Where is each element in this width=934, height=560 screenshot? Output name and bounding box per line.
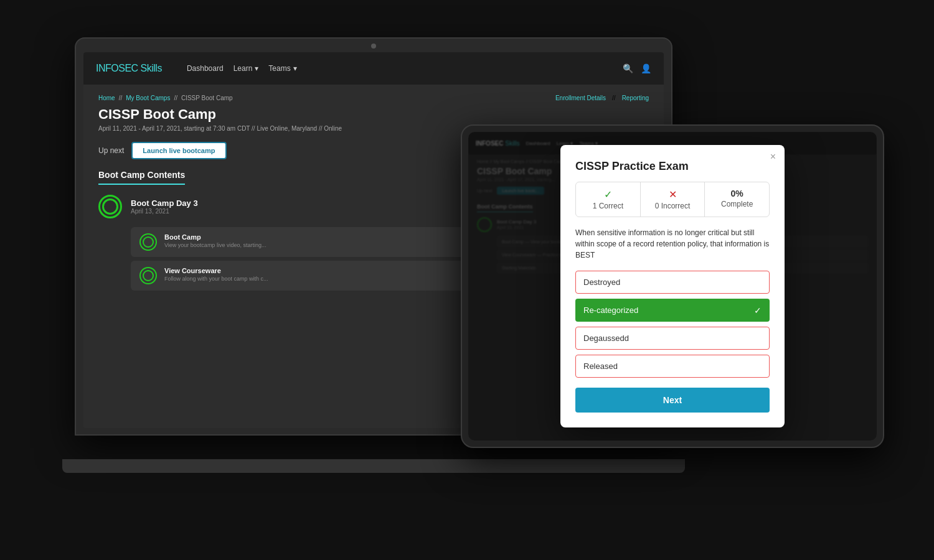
next-button[interactable]: Next <box>575 388 770 413</box>
brand-name-part1: INFOSEC <box>96 63 138 73</box>
user-icon[interactable]: 👤 <box>641 63 651 73</box>
nav-teams[interactable]: Teams ▾ <box>268 64 296 73</box>
modal-close-button[interactable]: × <box>770 151 776 162</box>
tablet-device: INFOSEC Skills Dashboard Learn ▾ Teams ▾… <box>461 124 884 448</box>
scene: INFOSEC Skills Dashboard Learn ▾ Teams ▾ <box>0 0 934 560</box>
nav-learn[interactable]: Learn ▾ <box>234 64 259 73</box>
breadcrumb-my-boot-camps[interactable]: My Boot Camps <box>126 95 170 101</box>
incorrect-icon: ✕ <box>644 189 701 200</box>
laptop-nav-icons: 🔍 👤 <box>623 63 651 73</box>
laptop-header-left: Home // My Boot Camps // CISSP Boot Camp… <box>98 95 342 132</box>
upnext-label: Up next <box>98 146 124 155</box>
option-degaussedd[interactable]: Degaussedd <box>575 327 770 350</box>
laptop-brand: INFOSEC Skills <box>96 63 162 74</box>
option-destroyed[interactable]: Destroyed <box>575 271 770 294</box>
modal-title: CISSP Practice Exam <box>575 160 770 173</box>
correct-count: 1 Correct <box>580 202 636 210</box>
correct-stat: ✓ 1 Correct <box>576 182 641 217</box>
enrollment-details-link[interactable]: Enrollment Details <box>555 95 606 101</box>
nav-dashboard[interactable]: Dashboard <box>187 64 224 73</box>
laptop-nav-links: Dashboard Learn ▾ Teams ▾ <box>187 64 297 73</box>
breadcrumb: Home // My Boot Camps // CISSP Boot Camp <box>98 95 342 101</box>
incorrect-count: 0 Incorrect <box>644 202 701 210</box>
option-recategorized[interactable]: Re-categorized <box>575 299 770 322</box>
tablet-body: INFOSEC Skills Dashboard Learn ▾ Teams ▾… <box>461 124 884 448</box>
breadcrumb-sep1: // <box>119 95 123 101</box>
page-subtitle: April 11, 2021 - April 17, 2021, startin… <box>98 125 342 132</box>
page-title: CISSP Boot Camp <box>98 106 342 123</box>
day-date: April 13, 2021 <box>131 208 198 215</box>
brand-name-part2: Skills <box>138 63 162 73</box>
item-title-1: View Courseware <box>164 267 268 274</box>
complete-stat: 0% Complete <box>705 182 769 217</box>
option-released[interactable]: Released <box>575 355 770 378</box>
item-info-1: View Courseware Follow along with your b… <box>164 267 268 282</box>
item-desc-1: Follow along with your boot camp with c.… <box>164 276 268 282</box>
laptop-header-links: Enrollment Details // Reporting <box>555 95 649 101</box>
modal-stats: ✓ 1 Correct ✕ 0 Incorrect 0% Complete <box>575 182 770 217</box>
incorrect-stat: ✕ 0 Incorrect <box>641 182 705 217</box>
item-title-0: Boot Camp <box>164 233 266 241</box>
complete-label: Complete <box>709 200 765 208</box>
item-info-0: Boot Camp View your bootcamp live video,… <box>164 233 266 248</box>
laptop-camera <box>371 44 376 49</box>
tablet-screen: INFOSEC Skills Dashboard Learn ▾ Teams ▾… <box>468 132 877 441</box>
laptop-base <box>62 459 685 473</box>
item-circle-inner-0 <box>143 236 154 248</box>
day-title: Boot Camp Day 3 <box>131 198 198 208</box>
nav-teams-label: Teams <box>268 64 290 73</box>
breadcrumb-current: CISSP Boot Camp <box>181 95 233 101</box>
item-circle-0 <box>139 233 157 251</box>
correct-icon: ✓ <box>580 189 636 200</box>
launch-bootcamp-button[interactable]: Launch live bootcamp <box>131 142 226 159</box>
nav-learn-label: Learn <box>234 64 253 73</box>
item-circle-inner-1 <box>143 270 154 281</box>
nav-learn-chevron-icon: ▾ <box>255 64 258 73</box>
section-title: Boot Camp Contents <box>98 170 185 185</box>
day-circle-inner <box>102 198 118 215</box>
day-info: Boot Camp Day 3 April 13, 2021 <box>131 198 198 215</box>
modal-overlay: × CISSP Practice Exam ✓ 1 Correct ✕ 0 In… <box>468 132 877 441</box>
practice-exam-modal: × CISSP Practice Exam ✓ 1 Correct ✕ 0 In… <box>560 145 785 427</box>
item-circle-1 <box>139 267 157 284</box>
search-icon[interactable]: 🔍 <box>623 63 633 73</box>
breadcrumb-sep2: // <box>174 95 177 101</box>
modal-question: When sensitive information is no longer … <box>575 227 770 261</box>
nav-teams-chevron-icon: ▾ <box>293 64 297 73</box>
complete-value: 0% <box>709 189 765 198</box>
reporting-link[interactable]: Reporting <box>622 95 649 101</box>
item-desc-0: View your bootcamp live video, starting.… <box>164 242 266 248</box>
day-circle <box>98 195 122 218</box>
breadcrumb-home[interactable]: Home <box>98 95 115 101</box>
laptop-navbar: INFOSEC Skills Dashboard Learn ▾ Teams ▾ <box>83 52 664 85</box>
